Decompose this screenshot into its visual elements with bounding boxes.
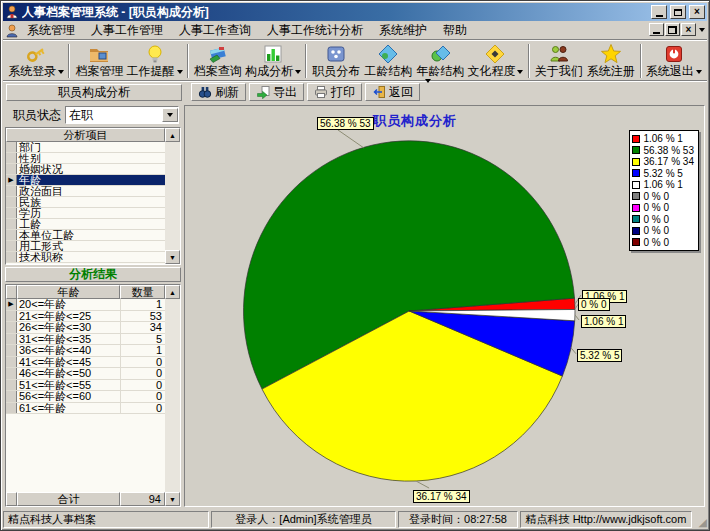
- toolbar-button-系统退出[interactable]: 系统退出: [645, 42, 703, 80]
- subbar-button-返回[interactable]: 返回: [365, 83, 420, 101]
- table-row[interactable]: 36<=年龄<=401: [6, 345, 165, 357]
- pie-chart: [185, 106, 704, 506]
- total-row: 合计 94: [6, 492, 165, 506]
- row-selector: [6, 380, 17, 391]
- cell-age-range: 21<=年龄<=25: [17, 311, 121, 322]
- staff-distribution-icon: [325, 43, 347, 65]
- toolbar-button-构成分析[interactable]: 构成分析: [244, 42, 302, 80]
- menu-item-帮助[interactable]: 帮助: [435, 20, 475, 41]
- row-selector: [6, 241, 17, 251]
- legend-item: 0 % 0: [632, 225, 694, 237]
- list-item-民族[interactable]: 民族: [6, 197, 165, 208]
- row-selector: [6, 334, 17, 345]
- table-row[interactable]: ▶20<=年龄1: [6, 299, 165, 311]
- menu-item-人事工作查询[interactable]: 人事工作查询: [171, 20, 259, 41]
- mdi-minimize-button[interactable]: [649, 23, 664, 36]
- list-item-性别[interactable]: 性别: [6, 153, 165, 164]
- table-row[interactable]: 26<=年龄<=3034: [6, 322, 165, 334]
- toolbar-button-档案查询[interactable]: 档案查询: [192, 42, 244, 80]
- row-selector: [6, 153, 17, 163]
- menu-bar: 系统管理人事工作管理人事工作查询人事工作统计分析系统维护帮助 ×: [3, 21, 707, 41]
- list-item-婚姻状况[interactable]: 婚姻状况: [6, 164, 165, 175]
- legend-item: 56.38 % 53: [632, 145, 694, 157]
- scroll-up-button[interactable]: ▲: [165, 285, 180, 299]
- subbar-button-导出[interactable]: 导出: [249, 83, 304, 101]
- mdi-close-button[interactable]: ×: [681, 23, 696, 36]
- menu-item-人事工作统计分析[interactable]: 人事工作统计分析: [259, 20, 371, 41]
- age-structure-icon: [429, 43, 451, 65]
- employee-status-select[interactable]: 在职: [65, 106, 179, 124]
- left-panel: 职员状态 在职 分析项目 部门性别婚姻状况▶年龄政治面目民族学历工龄本单位工龄用…: [3, 103, 184, 509]
- subbar-button-刷新[interactable]: 刷新: [191, 83, 246, 101]
- subbar-dropdown-arrow-icon[interactable]: [423, 83, 433, 101]
- table-row[interactable]: 41<=年龄<=450: [6, 357, 165, 369]
- legend-swatch: [632, 215, 640, 223]
- toolbar-button-工龄结构[interactable]: 工龄结构: [362, 42, 414, 80]
- result-table-scrollbar[interactable]: ▲ ▼: [165, 285, 180, 506]
- toolbar-button-系统登录[interactable]: 系统登录: [7, 42, 65, 80]
- combo-dropdown-button[interactable]: [162, 108, 178, 122]
- title-bar: 人事档案管理系统 - [职员构成分析] ×: [3, 3, 707, 21]
- row-selector: [6, 403, 17, 414]
- menu-item-系统维护[interactable]: 系统维护: [371, 20, 435, 41]
- menu-item-系统管理[interactable]: 系统管理: [19, 20, 83, 41]
- list-item-学历[interactable]: 学历: [6, 208, 165, 219]
- toolbar-button-职员分布[interactable]: 职员分布: [310, 42, 362, 80]
- toolbar-button-关于我们[interactable]: 关于我们: [533, 42, 585, 80]
- list-item-本单位工龄[interactable]: 本单位工龄: [6, 230, 165, 241]
- pie-data-label: 0 % 0: [578, 298, 610, 311]
- resize-grip-icon[interactable]: ◢: [694, 511, 707, 528]
- legend-label: 1.06 % 1: [643, 179, 682, 191]
- view-tab-composition-analysis[interactable]: 职员构成分析: [6, 84, 182, 101]
- list-item-label: 性别: [17, 153, 165, 163]
- mdi-restore-button[interactable]: [665, 23, 680, 36]
- analysis-items-header: 分析项目: [6, 128, 165, 142]
- subbar-button-打印[interactable]: 打印: [307, 83, 362, 101]
- toolbar-options-arrow-icon[interactable]: [699, 28, 705, 32]
- list-item-部门[interactable]: 部门: [6, 142, 165, 153]
- toolbar-button-工作提醒[interactable]: 工作提醒: [125, 42, 183, 80]
- scroll-down-button[interactable]: ▼: [165, 492, 180, 506]
- scroll-track[interactable]: [165, 142, 180, 250]
- toolbar-button-档案管理[interactable]: 档案管理: [73, 42, 125, 80]
- minimize-button[interactable]: [651, 5, 667, 19]
- cell-age-range: 56<=年龄<=60: [17, 391, 121, 402]
- list-item-label: 部门: [17, 142, 165, 152]
- list-item-用工形式[interactable]: 用工形式: [6, 241, 165, 252]
- legend-item: 1.06 % 1: [632, 133, 694, 145]
- table-row[interactable]: 21<=年龄<=2553: [6, 311, 165, 323]
- row-selector: [6, 345, 17, 356]
- table-row[interactable]: 46<=年龄<=500: [6, 368, 165, 380]
- scroll-down-button[interactable]: ▼: [165, 250, 180, 264]
- list-item-政治面目[interactable]: 政治面目: [6, 186, 165, 197]
- maximize-button[interactable]: [670, 5, 686, 19]
- main-toolbar: 系统登录档案管理工作提醒档案查询构成分析职员分布工龄结构年龄结构文化程度关于我们…: [3, 41, 707, 81]
- legend-label: 1.06 % 1: [643, 133, 682, 145]
- table-row[interactable]: 31<=年龄<=355: [6, 334, 165, 346]
- table-row[interactable]: 51<=年龄<=550: [6, 380, 165, 392]
- chevron-down-icon: [696, 70, 702, 74]
- list-item-年龄[interactable]: ▶年龄: [6, 175, 165, 186]
- column-header-count: 数量: [120, 285, 165, 299]
- legend-label: 0 % 0: [643, 202, 669, 214]
- table-row[interactable]: 56<=年龄<=600: [6, 391, 165, 403]
- analysis-items-scrollbar[interactable]: ▲ ▼: [165, 128, 180, 264]
- toolbar-button-年龄结构[interactable]: 年龄结构: [414, 42, 466, 80]
- close-button[interactable]: ×: [689, 5, 705, 19]
- toolbar-button-系统注册[interactable]: 系统注册: [585, 42, 637, 80]
- toolbar-button-文化程度[interactable]: 文化程度: [466, 42, 524, 80]
- list-item-工龄[interactable]: 工龄: [6, 219, 165, 230]
- list-item-技术职称[interactable]: 技术职称: [6, 252, 165, 263]
- chevron-down-icon: [177, 70, 183, 74]
- list-item-label: 用工形式: [17, 241, 165, 251]
- total-label: 合计: [17, 492, 120, 506]
- scroll-track[interactable]: [165, 299, 180, 492]
- cell-count: 5: [121, 334, 165, 345]
- scroll-up-button[interactable]: ▲: [165, 128, 180, 142]
- legend-label: 0 % 0: [643, 237, 669, 249]
- table-row[interactable]: 61<=年龄0: [6, 403, 165, 415]
- menu-item-人事工作管理[interactable]: 人事工作管理: [83, 20, 171, 41]
- chevron-down-icon: [425, 79, 431, 100]
- cell-count: 0: [121, 403, 165, 414]
- app-icon: [5, 5, 19, 19]
